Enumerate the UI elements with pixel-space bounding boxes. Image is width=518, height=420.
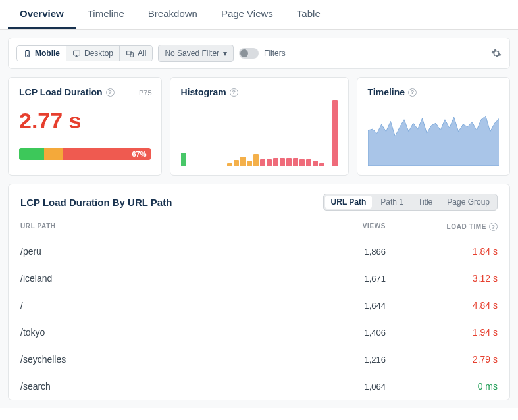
hist-bar (181, 153, 186, 166)
hist-bar (332, 100, 338, 166)
tab-timeline[interactable]: Timeline (76, 0, 136, 29)
panel-area: MobileDesktopAll No Saved Filter ▾ Filte… (0, 30, 518, 408)
filter-toolbar: MobileDesktopAll No Saved Filter ▾ Filte… (8, 38, 510, 69)
hist-bar (280, 158, 285, 166)
tab-breakdown[interactable]: Breakdown (136, 0, 209, 29)
col-header-loadtime[interactable]: LOAD TIME ? (386, 223, 498, 231)
cell-loadtime: 1.94 s (386, 327, 498, 338)
col-header-path[interactable]: URL PATH (20, 223, 307, 231)
cell-views: 1,216 (307, 355, 386, 365)
table-row[interactable]: /search1,0640 ms (9, 373, 509, 400)
gear-icon[interactable] (491, 48, 502, 59)
table-row[interactable]: /seychelles1,2162.79 s (9, 346, 509, 373)
lcp-value: 2.77 s (19, 108, 151, 134)
bar-poor: 67% (63, 148, 151, 160)
hist-bar (260, 159, 265, 166)
group-title[interactable]: Title (411, 194, 440, 210)
group-page-group[interactable]: Page Group (440, 194, 497, 210)
cell-loadtime: 3.12 s (386, 273, 498, 284)
bar-needs-improvement (44, 148, 63, 160)
histogram-title: Histogram ? (181, 87, 338, 97)
histogram-card: Histogram ? (170, 77, 349, 176)
lcp-card: LCP Load Duration ? P75 2.77 s 67% (8, 77, 162, 176)
cell-views: 1,671 (307, 274, 386, 284)
hist-bar (267, 159, 272, 166)
cell-views: 1,644 (307, 301, 386, 311)
group-path-1[interactable]: Path 1 (373, 194, 411, 210)
table-row[interactable]: /iceland1,6713.12 s (9, 265, 509, 292)
table-row[interactable]: /1,6444.84 s (9, 292, 509, 319)
table-title: LCP Load Duration By URL Path (20, 197, 172, 208)
table-header: LCP Load Duration By URL Path URL PathPa… (9, 184, 509, 217)
device-mobile[interactable]: Mobile (17, 46, 66, 61)
hist-bar (273, 158, 278, 166)
cell-views: 1,406 (307, 328, 386, 338)
col-header-views[interactable]: VIEWS (307, 223, 386, 231)
cell-loadtime: 4.84 s (386, 300, 498, 311)
timeline-chart (368, 107, 500, 166)
tab-table[interactable]: Table (285, 0, 332, 29)
device-all[interactable]: All (120, 46, 152, 61)
cell-loadtime: 0 ms (386, 381, 498, 392)
hist-bar (227, 163, 232, 166)
main-tabs: OverviewTimelineBreakdownPage ViewsTable (0, 0, 518, 30)
timeline-card: Timeline ? (357, 77, 511, 176)
cell-views: 1,866 (307, 247, 386, 257)
timeline-title: Timeline ? (368, 87, 500, 97)
hist-bar (240, 157, 246, 166)
url-table-card: LCP Load Duration By URL Path URL PathPa… (8, 184, 510, 400)
cell-loadtime: 1.84 s (386, 246, 498, 257)
hist-bar (286, 158, 292, 166)
help-icon[interactable]: ? (408, 88, 417, 97)
hist-bar (306, 159, 311, 166)
metric-cards: LCP Load Duration ? P75 2.77 s 67% Histo… (8, 77, 510, 176)
device-segment: MobileDesktopAll (16, 45, 153, 61)
lcp-card-title: LCP Load Duration ? (19, 87, 151, 97)
cell-path: /iceland (20, 273, 307, 284)
hist-bar (319, 163, 324, 166)
lcp-percentile: P75 (139, 89, 152, 97)
cell-path: / (20, 300, 307, 311)
cell-path: /seychelles (20, 354, 307, 365)
filters-label: Filters (264, 49, 286, 58)
help-icon[interactable]: ? (489, 223, 498, 231)
cell-path: /tokyo (20, 327, 307, 338)
cell-path: /search (20, 381, 307, 392)
hist-bar (293, 158, 298, 166)
filters-toggle[interactable] (239, 48, 259, 59)
table-row[interactable]: /peru1,8661.84 s (9, 238, 509, 265)
hist-bar (253, 154, 259, 166)
help-icon[interactable]: ? (106, 88, 115, 97)
chevron-down-icon: ▾ (223, 49, 227, 58)
cell-views: 1,064 (307, 382, 386, 392)
tab-overview[interactable]: Overview (8, 0, 76, 29)
help-icon[interactable]: ? (230, 88, 238, 97)
lcp-distribution-bar: 67% (19, 148, 151, 160)
device-desktop[interactable]: Desktop (66, 46, 120, 61)
hist-bar (234, 160, 239, 166)
cell-loadtime: 2.79 s (386, 354, 498, 365)
tab-page-views[interactable]: Page Views (209, 0, 285, 29)
saved-filter-label: No Saved Filter (165, 49, 219, 58)
histogram-chart (181, 100, 338, 166)
hist-bar (299, 159, 305, 166)
hist-bar (247, 161, 252, 166)
bar-good (19, 148, 44, 160)
saved-filter-dropdown[interactable]: No Saved Filter ▾ (158, 45, 234, 62)
table-column-headers: URL PATH VIEWS LOAD TIME ? (9, 217, 509, 238)
group-url-path[interactable]: URL Path (325, 196, 373, 209)
hist-bar (313, 161, 318, 166)
svg-rect-2 (74, 51, 80, 55)
cell-path: /peru (20, 246, 307, 257)
table-body: /peru1,8661.84 s/iceland1,6713.12 s/1,64… (9, 238, 509, 400)
table-row[interactable]: /tokyo1,4061.94 s (9, 319, 509, 346)
grouping-segment: URL PathPath 1TitlePage Group (323, 194, 498, 211)
